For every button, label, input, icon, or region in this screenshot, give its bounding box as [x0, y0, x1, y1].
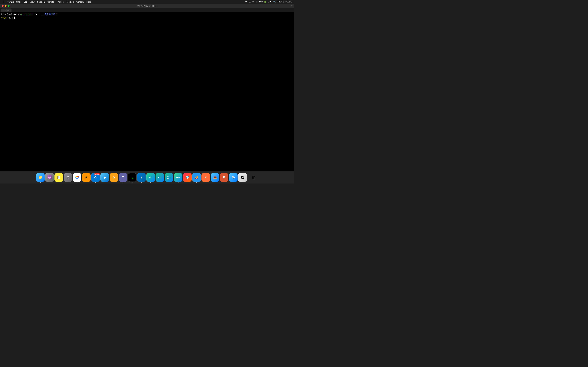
- status-datetime: Fri 15 Dec 21:43: [277, 0, 293, 4]
- session-menu[interactable]: Session: [36, 0, 46, 4]
- dock-item-clion-preview[interactable]: CLPRV: [165, 173, 173, 182]
- with-text: with: [13, 13, 20, 16]
- directory: ~: [38, 13, 40, 16]
- dock-item-system-preferences[interactable]: ⚙: [64, 173, 72, 182]
- hostname: NG-OFIR-I: [45, 13, 58, 16]
- dock-item-rubymine[interactable]: 💎: [183, 173, 192, 182]
- view-menu[interactable]: View: [28, 0, 36, 4]
- scripts-menu[interactable]: Scripts: [46, 0, 55, 4]
- status-gear1: ⚙: [252, 0, 255, 4]
- edit-icon[interactable]: ✏: [290, 5, 292, 7]
- dock-item-preview[interactable]: 🖼: [238, 173, 247, 182]
- traffic-lights: [2, 5, 9, 7]
- dock-item-powerpoint[interactable]: P: [220, 173, 228, 182]
- username: ofir.iluz: [20, 13, 33, 16]
- dock-item-firefox[interactable]: 🏳: [82, 173, 91, 182]
- minimize-button[interactable]: [5, 5, 7, 7]
- active-tab[interactable]: ~ (-zsh): [1, 8, 11, 12]
- dock-item-transporter[interactable]: 📤: [211, 173, 219, 182]
- iterm-window: ofir.iluz@NG-OFIR-I:~ ✏ ~ (-zsh) 21:42:4…: [0, 4, 294, 171]
- dock-item-chrome[interactable]: [73, 173, 81, 182]
- prompt-arrow: ➜: [7, 17, 9, 20]
- prompt-line1: 21:42:49 with ofir.iluz in ~ at NG-OFIR-…: [1, 13, 293, 16]
- shell-menu[interactable]: Shell: [15, 0, 22, 4]
- dock-item-vscode[interactable]: ⟩: [137, 173, 146, 182]
- window-menu[interactable]: Window: [75, 0, 85, 4]
- close-button[interactable]: [2, 5, 4, 7]
- profiles-menu[interactable]: Profiles: [55, 0, 65, 4]
- maximize-button[interactable]: [8, 5, 9, 7]
- dock-separator: [248, 174, 248, 181]
- title-bar: ofir.iluz@NG-OFIR-I:~ ✏: [0, 4, 294, 8]
- timestamp: 21:42:49: [1, 13, 12, 16]
- terminal-area[interactable]: 21:42:49 with ofir.iluz in ~ at NG-OFIR-…: [0, 12, 294, 171]
- menubar:  iTerm2 Shell Edit View Session Scripts…: [0, 0, 294, 4]
- dock-item-outlook[interactable]: O 25065: [91, 173, 100, 182]
- in-text: in: [34, 13, 38, 16]
- status-wifi: ▲▼: [267, 0, 273, 4]
- dock-item-terminal[interactable]: >_: [128, 173, 137, 182]
- toolbelt-menu[interactable]: Toolbelt: [65, 0, 75, 4]
- exit-code: ↑59%: [1, 17, 7, 20]
- dock-item-clion[interactable]: CL: [156, 173, 164, 182]
- dock: 📁 🔯 📋 ⚙ 🏳 O 25065 ◆ ✿ T >_: [0, 171, 294, 184]
- status-cloud: ☁: [248, 0, 251, 4]
- apple-menu[interactable]: : [1, 0, 5, 4]
- edit-menu[interactable]: Edit: [22, 0, 28, 4]
- dock-item-trash[interactable]: 🗑: [250, 173, 258, 182]
- dock-item-goland[interactable]: GO: [174, 173, 182, 182]
- dock-item-teams[interactable]: T: [119, 173, 127, 182]
- cursor: [14, 17, 15, 19]
- command-text: ark: [9, 17, 13, 20]
- status-battery: 59% 🔋: [259, 0, 267, 4]
- at-text: at: [41, 13, 45, 16]
- title-right: ✏: [290, 5, 292, 7]
- menubar-left:  iTerm2 Shell Edit View Session Scripts…: [1, 0, 92, 4]
- dock-item-radar[interactable]: 📡: [229, 173, 238, 182]
- dock-item-sketch[interactable]: ✿: [110, 173, 118, 182]
- dock-item-docker[interactable]: 🚚: [192, 173, 201, 182]
- dock-item-postman[interactable]: ✉: [201, 173, 210, 182]
- status-search[interactable]: 🔍: [273, 0, 277, 4]
- outlook-badge: 25065: [94, 173, 100, 175]
- svg-point-1: [76, 177, 78, 178]
- menubar-right: ⏺ ☁ ⚙ ⚙ 59% 🔋 ▲▼ 🔍 Fri 15 Dec 21:43: [244, 0, 293, 4]
- prompt-line2: ↑59% ➜ ark: [1, 17, 293, 20]
- status-gear2: ⚙: [255, 0, 258, 4]
- dock-item-blueapp1[interactable]: ◆: [100, 173, 109, 182]
- window-title: ofir.iluz@NG-OFIR-I:~: [137, 5, 157, 7]
- dock-item-finder[interactable]: 📁: [36, 173, 45, 182]
- dock-item-launchpad[interactable]: 🔯: [45, 173, 54, 182]
- help-menu[interactable]: Help: [85, 0, 92, 4]
- status-record: ⏺: [244, 0, 248, 4]
- dock-item-stickies[interactable]: 📋: [54, 173, 63, 182]
- dock-item-pycharm[interactable]: PC: [146, 173, 155, 182]
- tab-bar: ~ (-zsh): [0, 8, 294, 12]
- app-name-menu[interactable]: iTerm2: [5, 0, 15, 4]
